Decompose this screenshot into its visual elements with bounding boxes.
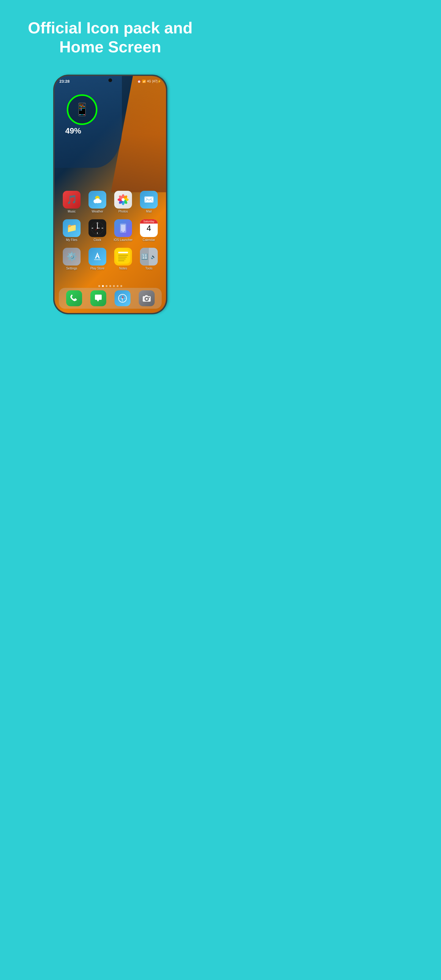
signal-icon: 4G [147, 80, 151, 83]
svg-rect-30 [121, 225, 125, 231]
svg-rect-37 [118, 258, 126, 259]
weather-icon [89, 191, 106, 208]
app-notes[interactable]: Notes [112, 248, 134, 270]
weather-label: Weather [92, 210, 103, 213]
svg-rect-34 [118, 252, 128, 253]
app-calendar[interactable]: Saturday 4 Calendar [138, 219, 160, 242]
dock-camera[interactable] [139, 290, 154, 306]
app-row-1: 🎵 Music [59, 191, 162, 213]
page-dots [54, 285, 166, 287]
clock-label: Clock [93, 238, 101, 242]
app-mail[interactable]: ✉️ Mail [138, 191, 160, 213]
camera-notch [108, 78, 112, 82]
svg-rect-4 [95, 201, 101, 203]
dock [59, 288, 162, 309]
photos-icon [114, 191, 132, 208]
battery-ring: 📱 [67, 94, 97, 125]
mail-label: Mail [146, 210, 151, 213]
tools-right: 🔊 [149, 248, 158, 266]
mail-icon: ✉️ [140, 191, 158, 208]
svg-text:9: 9 [92, 227, 93, 229]
dock-phone[interactable] [66, 290, 82, 306]
phone-icon: 📱 [75, 102, 90, 117]
settings-label: Settings [66, 267, 77, 270]
dock-safari[interactable] [115, 290, 131, 306]
app-playstore[interactable]: Play Store [86, 248, 108, 270]
app-myfiles[interactable]: 📁 My Files [60, 219, 83, 242]
app-row-2: 📁 My Files 12 3 6 [59, 219, 162, 242]
svg-rect-47 [145, 295, 148, 297]
myfiles-label: My Files [66, 238, 77, 242]
tools-left: 🔢 [140, 248, 149, 266]
playstore-label: Play Store [90, 267, 104, 270]
wifi-icon: 📶 [142, 80, 146, 83]
svg-point-48 [148, 297, 150, 298]
ios-label: IOS Launcher [114, 238, 133, 242]
app-photos[interactable]: Photos [112, 191, 134, 213]
calendar-date: 4 [147, 224, 151, 232]
svg-rect-36 [118, 257, 127, 258]
app-weather[interactable]: Weather [86, 191, 108, 213]
dock-messages[interactable] [90, 290, 106, 306]
svg-point-27 [97, 228, 98, 229]
app-music[interactable]: 🎵 Music [60, 191, 83, 213]
app-settings[interactable]: ⚙️ Settings [60, 248, 83, 270]
header-text: Official Icon pack and Home Screen [0, 0, 221, 69]
tools-label: Tools [145, 267, 152, 270]
phone-mockup: 23:28 ⏰ 📶 4G [47]⚡ 📱 49% [54, 75, 167, 314]
calendar-day: Saturday [140, 219, 158, 224]
ios-icon [114, 219, 132, 237]
svg-point-13 [122, 198, 125, 201]
app-clock[interactable]: 12 3 6 9 [86, 219, 108, 242]
photos-label: Photos [118, 210, 128, 213]
dot-1 [98, 285, 100, 287]
music-label: Music [68, 210, 76, 213]
app-row-3: ⚙️ Settings [59, 248, 162, 270]
dot-7 [120, 285, 122, 287]
status-icons: ⏰ 📶 4G [47]⚡ [137, 80, 161, 83]
dot-3 [106, 285, 108, 287]
phone-frame: 23:28 ⏰ 📶 4G [47]⚡ 📱 49% [54, 75, 167, 314]
app-grid: 🎵 Music [54, 191, 166, 276]
alarm-icon: ⏰ [137, 80, 141, 83]
settings-icon: ⚙️ [63, 248, 81, 266]
battery-widget: 📱 49% [67, 94, 97, 125]
calendar-label: Calendar [143, 238, 155, 242]
notes-icon [114, 248, 132, 266]
clock-icon: 12 3 6 9 [89, 219, 106, 237]
notes-label: Notes [119, 267, 127, 270]
phone-screen: 23:28 ⏰ 📶 4G [47]⚡ 📱 49% [54, 76, 166, 313]
playstore-icon [89, 248, 106, 266]
svg-rect-38 [118, 260, 124, 261]
tools-icon: 🔢 🔊 [140, 248, 158, 266]
svg-rect-35 [118, 255, 128, 256]
battery-percent: 49% [65, 126, 81, 136]
dot-2 [102, 285, 104, 287]
dot-4 [109, 285, 111, 287]
calendar-icon: Saturday 4 [140, 219, 158, 237]
dot-6 [117, 285, 118, 287]
myfiles-icon: 📁 [63, 219, 81, 237]
status-time: 23:28 [59, 79, 70, 84]
app-ios[interactable]: IOS Launcher [112, 219, 134, 242]
battery-icon: [47]⚡ [152, 80, 161, 83]
svg-point-31 [123, 231, 124, 232]
music-icon: 🎵 [63, 191, 81, 208]
app-tools[interactable]: 🔢 🔊 Tools [138, 248, 160, 270]
dot-5 [113, 285, 115, 287]
